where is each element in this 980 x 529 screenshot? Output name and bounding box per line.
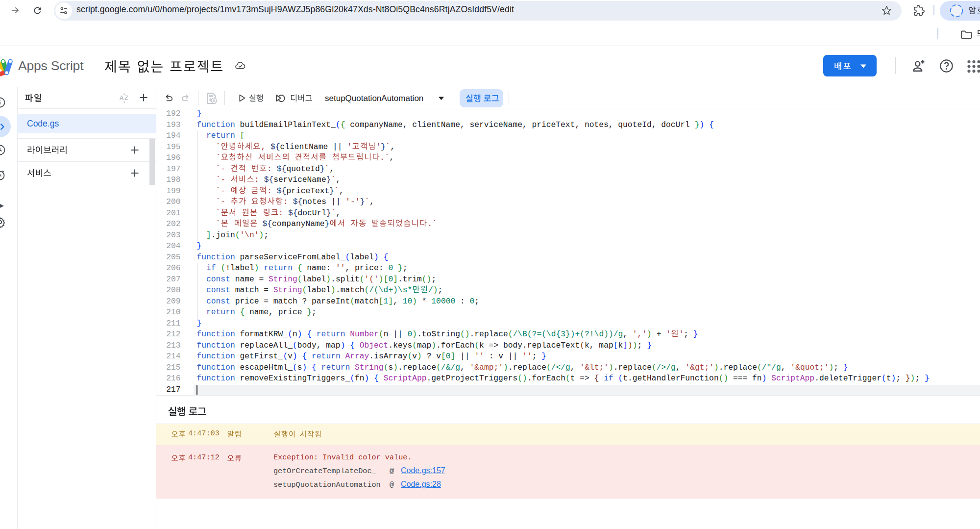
svg-text:A: A [120,95,123,101]
svg-text:Z: Z [124,95,128,101]
